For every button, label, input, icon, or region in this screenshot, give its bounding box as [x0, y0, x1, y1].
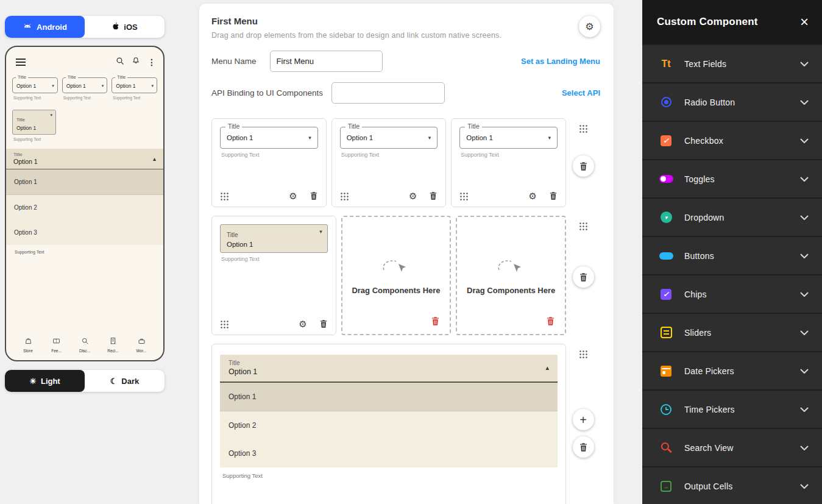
dropdown-component-card[interactable]: TitleOption 1▾ Supporting Text ⚙ — [451, 118, 566, 207]
component-category-time-pickers[interactable]: Time Pickers — [642, 391, 822, 428]
preview-dropdown[interactable]: TitleOption 1▾ Supporting Text — [12, 77, 58, 100]
chevron-down-icon[interactable] — [800, 254, 809, 258]
set-landing-menu-link[interactable]: Set as Landing Menu — [521, 57, 600, 66]
chevron-down-icon[interactable] — [800, 292, 809, 297]
drag-handle[interactable] — [220, 192, 229, 201]
dropdown-component-card[interactable]: TitleOption 1▾ Supporting Text ⚙ — [211, 118, 327, 207]
component-category-text-fields[interactable]: Tt Text Fields — [642, 45, 822, 82]
search-icon[interactable] — [116, 57, 124, 68]
chevron-down-icon[interactable] — [800, 330, 809, 335]
nav-item-work[interactable]: Wor... — [132, 336, 151, 353]
row-drag-handle[interactable] — [579, 124, 588, 133]
component-row: Title Option 1 ▴ Option 1 Option 2 Optio… — [211, 344, 600, 504]
bell-icon[interactable] — [132, 57, 140, 68]
category-label: Text Fields — [684, 59, 726, 69]
chevron-down-icon[interactable] — [800, 369, 809, 374]
component-category-chips[interactable]: Chips — [642, 275, 822, 313]
drop-zone[interactable]: Drag Components Here — [456, 216, 566, 335]
menu-name-label: Menu Name — [211, 57, 257, 66]
component-category-radio-button[interactable]: Radio Button — [642, 83, 822, 121]
component-category-sliders[interactable]: Sliders — [642, 314, 822, 351]
menu-settings-button[interactable]: ⚙ — [579, 16, 600, 37]
component-category-search-view[interactable]: Search View — [642, 429, 822, 466]
expanded-dropdown-header[interactable]: Title Option 1 ▴ — [220, 355, 558, 383]
dropdown-options-list: Option 1 Option 2 Option 3 — [6, 169, 163, 245]
drag-handle[interactable] — [459, 192, 468, 201]
component-category-output-cells[interactable]: Output Cells — [642, 467, 822, 504]
gutter — [171, 0, 199, 504]
component-settings-button[interactable]: ⚙ — [409, 191, 417, 201]
component-category-dropdown[interactable]: Dropdown — [642, 199, 822, 236]
dropdown-icon — [657, 208, 675, 227]
api-binding-input[interactable] — [331, 82, 445, 104]
chevron-down-icon[interactable] — [800, 445, 809, 450]
menu-name-input[interactable] — [270, 51, 383, 72]
nav-item-discover[interactable]: Disc... — [75, 336, 94, 353]
dark-theme-tab[interactable]: ☾ Dark — [85, 370, 165, 392]
preview-app-bar: ⋮ — [16, 54, 156, 70]
chevron-down-icon[interactable] — [800, 138, 809, 143]
expanded-dropdown-header[interactable]: Title Option 1 ▴ — [6, 149, 163, 169]
delete-component-button[interactable] — [319, 319, 328, 328]
dropdown-option[interactable]: Option 1 — [6, 169, 163, 195]
chevron-down-icon[interactable] — [800, 100, 809, 105]
delete-drop-zone-button[interactable] — [546, 316, 555, 328]
gear-icon: ⚙ — [529, 191, 537, 201]
dropdown-option[interactable]: Option 2 — [220, 411, 558, 439]
component-settings-button[interactable]: ⚙ — [529, 191, 537, 201]
component-settings-button[interactable]: ⚙ — [299, 319, 306, 328]
more-vertical-icon[interactable]: ⋮ — [147, 57, 156, 67]
dropdown-component-card[interactable]: TitleOption 1▾ Supporting Text ⚙ — [331, 118, 447, 207]
nav-item-store[interactable]: Store — [18, 336, 38, 353]
component-category-date-pickers[interactable]: Date Pickers — [642, 352, 822, 389]
dropdown-title: Title — [229, 360, 257, 366]
delete-drop-zone-button[interactable] — [431, 316, 440, 328]
android-tab[interactable]: Android — [5, 16, 85, 38]
component-category-checkbox[interactable]: Checkbox — [642, 122, 822, 159]
hamburger-menu-icon[interactable] — [16, 59, 26, 66]
chevron-down-icon[interactable] — [800, 484, 809, 489]
preview-focused-dropdown[interactable]: Title ▾ Option 1 Supporting Text — [11, 107, 158, 141]
chevron-down-icon[interactable] — [800, 177, 809, 182]
dropdown-option[interactable]: Option 3 — [220, 439, 558, 467]
close-icon[interactable]: × — [800, 15, 809, 29]
add-row-button[interactable]: + — [573, 409, 594, 430]
dropdown-value: Option 1 — [466, 134, 492, 141]
page-subtitle: Drag and drop elements from the sidebar … — [211, 31, 501, 40]
drop-zone[interactable]: Drag Components Here — [341, 216, 452, 335]
ios-tab[interactable]: iOS — [85, 16, 165, 38]
delete-row-button[interactable] — [573, 266, 594, 288]
preview-dropdown[interactable]: TitleOption 1▾ Supporting Text — [62, 77, 108, 100]
nav-item-fee[interactable]: Fee... — [47, 336, 66, 353]
drag-handle[interactable] — [220, 320, 229, 328]
delete-row-button[interactable] — [573, 155, 594, 177]
row-drag-handle[interactable] — [579, 350, 588, 359]
delete-row-button[interactable] — [573, 436, 594, 458]
phone-preview: ⋮ TitleOption 1▾ Supporting Text TitleOp… — [5, 46, 165, 361]
delete-component-button[interactable] — [310, 191, 318, 201]
chevron-down-icon[interactable] — [800, 407, 809, 412]
dropdown-option[interactable]: Option 1 — [220, 383, 558, 411]
component-category-toggles[interactable]: Toggles — [642, 160, 822, 197]
preview-dropdown[interactable]: TitleOption 1▾ Supporting Text — [112, 77, 157, 100]
delete-component-button[interactable] — [549, 191, 558, 201]
row-drag-handle[interactable] — [579, 222, 588, 231]
light-theme-tab[interactable]: ☀ Light — [5, 370, 85, 392]
row-controls: + — [566, 344, 600, 504]
delete-component-button[interactable] — [429, 191, 438, 201]
dropdown-option[interactable]: Option 2 — [6, 195, 163, 220]
chevron-down-icon[interactable] — [800, 62, 809, 66]
expanded-dropdown-card[interactable]: Title Option 1 ▴ Option 1 Option 2 Optio… — [211, 344, 566, 504]
drag-handle[interactable] — [340, 192, 349, 201]
dropdown-title: Title — [115, 74, 127, 80]
nav-item-recipes[interactable]: Reci... — [104, 336, 123, 353]
chevron-down-icon[interactable] — [800, 215, 809, 220]
dropdown-component-card[interactable]: Title ▾ Option 1 Supporting Text ⚙ — [211, 216, 336, 335]
category-label: Output Cells — [684, 481, 732, 491]
dropdown-option[interactable]: Option 3 — [6, 220, 163, 245]
component-category-buttons[interactable]: Buttons — [642, 237, 822, 274]
drop-zone-label: Drag Components Here — [352, 286, 440, 295]
dark-theme-label: Dark — [121, 377, 139, 386]
select-api-link[interactable]: Select API — [562, 88, 600, 98]
component-settings-button[interactable]: ⚙ — [289, 191, 297, 201]
